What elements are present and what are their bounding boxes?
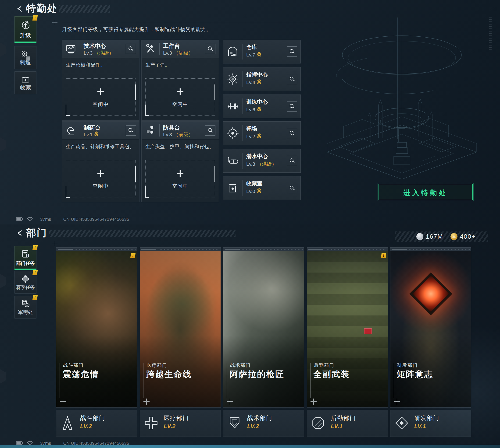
facility-card-training-center[interactable]: 训练中心 Lv.6 [223,95,301,118]
facility-name: 潜水中心 [246,153,268,160]
facility-name: 训练中心 [246,98,268,105]
warehouse-icon [226,45,239,58]
side-tick-deco [489,17,492,52]
upgrade-icon [20,20,31,32]
production-slot[interactable]: + 空闲中 [145,78,215,116]
upgrade-chevrons-icon [257,133,261,140]
production-slot[interactable]: + 空闲中 [145,160,215,197]
inspect-button[interactable] [205,125,215,136]
department-card-medical[interactable]: 医疗部门 跨越生命线 医疗部门 LV.2 [140,247,221,437]
department-tasks-icon [20,249,30,259]
facility-name: 指挥中心 [246,71,268,78]
gold-coin-icon [450,233,457,240]
inspect-button[interactable] [205,44,215,54]
station-card-workbench[interactable]: 工作台 Lv.3（满级） 生产子弹。 + 空闲中 [141,40,219,121]
base-wireframe-art [301,7,491,180]
station-name: 工作台 [163,42,180,50]
inspect-button[interactable] [287,74,297,84]
search-icon [289,49,295,54]
facility-level: Lv.0 [246,189,255,194]
station-desc: 生产药品、针剂和维修工具包。 [66,144,136,150]
active-indicator [15,42,36,43]
department-level: LV.2 [80,423,92,430]
inspect-button[interactable] [287,101,297,112]
upgrade-chevrons-icon [257,51,261,58]
sidebar-item-season-tasks[interactable]: ! 赛季任务 [15,271,36,293]
inspect-button[interactable] [287,128,297,138]
sidebar-item-collection[interactable]: 收藏 [15,71,36,94]
sidebar-item-upgrade[interactable]: ! 升级 [15,16,36,43]
station-level: Lv.1 [84,132,92,137]
collection-room-icon [226,182,239,194]
card-top-strip [390,247,471,251]
department-level: LV.2 [247,423,259,430]
production-slot[interactable]: + 空闲中 [66,78,136,116]
department-name: 研发部门 [414,414,439,422]
department-card-rnd[interactable]: 研发部门 矩阵意志 研发部门 LV.1 [390,247,471,437]
silver-currency-value[interactable]: 167M [426,233,443,240]
search-icon [128,128,134,133]
facility-card-command-center[interactable]: 指挥中心 Lv.4 [223,67,301,91]
facility-card-warehouse[interactable]: 仓库 Lv.7 [223,40,301,64]
search-icon [207,128,213,133]
title-hatch-deco [49,230,236,237]
search-icon [289,130,295,136]
wifi-icon [27,216,34,223]
department-level: LV.1 [331,423,343,430]
alert-badge: ! [33,16,38,20]
crosshair-deco [143,399,150,405]
back-button[interactable] [16,4,24,13]
shooting-range-icon [226,127,239,140]
crosshair-deco [394,399,400,405]
crosshair-deco [227,399,233,405]
department-card-logistics[interactable]: ! 后勤部门 全副武装 后勤部门 LV.1 [307,247,388,437]
inspect-button[interactable] [126,125,136,136]
station-card-tech-center[interactable]: 技术中心 Lv.3（满级） 生产枪械和配件。 + 空闲中 [62,40,139,121]
edge-deco [0,137,6,152]
inspect-button[interactable] [126,44,136,54]
max-level-tag: （满级） [94,50,114,56]
slot-status: 空闲中 [146,101,215,108]
gold-currency-value[interactable]: 400+ [460,233,475,240]
enter-base-button[interactable]: 进入特勤处 [379,184,473,200]
back-button[interactable] [16,229,24,238]
inspect-button[interactable] [287,156,297,166]
inspect-button[interactable] [287,183,297,193]
logistics-emblem-icon [310,415,326,431]
facility-card-diving-center[interactable]: 潜水中心 Lv.3（满级） [223,149,301,173]
department-footer: 战术部门 LV.2 [223,410,304,437]
sidebar-item-department-tasks[interactable]: ! 部门任务 [15,246,36,270]
facility-name: 靶场 [246,125,257,132]
facility-card-shooting-range[interactable]: 靶场 Lv.2 [223,121,301,145]
card-top-strip [140,247,221,251]
department-category: 研发部门 [397,362,418,368]
search-icon [128,46,134,51]
station-card-pharmacy[interactable]: 制药台 Lv.1 生产药品、针剂和维修工具包。 + 空闲中 [62,121,139,202]
production-slot[interactable]: + 空闲中 [66,160,136,197]
divider [242,44,243,60]
upgrade-chevrons-icon [257,106,261,113]
department-card-combat[interactable]: ! 战斗部门 震荡危情 战斗部门 LV.2 [56,247,137,437]
facility-card-collection-room[interactable]: 收藏室 Lv.0 [223,176,301,200]
department-card-tactical[interactable]: 战术部门 阿萨拉的枪匠 战术部门 LV.2 [223,247,304,437]
inspect-button[interactable] [287,47,297,57]
reactor-core-deco [409,272,452,315]
training-center-icon [226,100,239,113]
facility-name: 仓库 [246,43,257,51]
sidebar-item-label: 制造 [15,59,36,66]
crosshair-deco [310,399,317,405]
upgrade-chevrons-icon [94,131,98,138]
divider [159,43,160,55]
station-desc: 生产头盔、护甲、胸挂和背包。 [145,144,215,150]
sidebar-item-manufacture[interactable]: 制造 [15,46,36,69]
bottom-band-deco [0,445,500,448]
department-category: 战术部门 [230,362,251,368]
facility-name: 收藏室 [246,180,262,187]
slot-status: 空闲中 [146,183,215,189]
sidebar-item-quartermaster[interactable]: ! 军需处 [15,296,36,319]
station-card-armor[interactable]: 防具台 Lv.3（满级） 生产头盔、护甲、胸挂和背包。 + 空闲中 [141,121,219,202]
crosshair-deco [52,241,57,246]
search-icon [207,46,213,51]
sidebar-item-label: 升级 [15,32,36,39]
department-name: 医疗部门 [164,414,189,422]
